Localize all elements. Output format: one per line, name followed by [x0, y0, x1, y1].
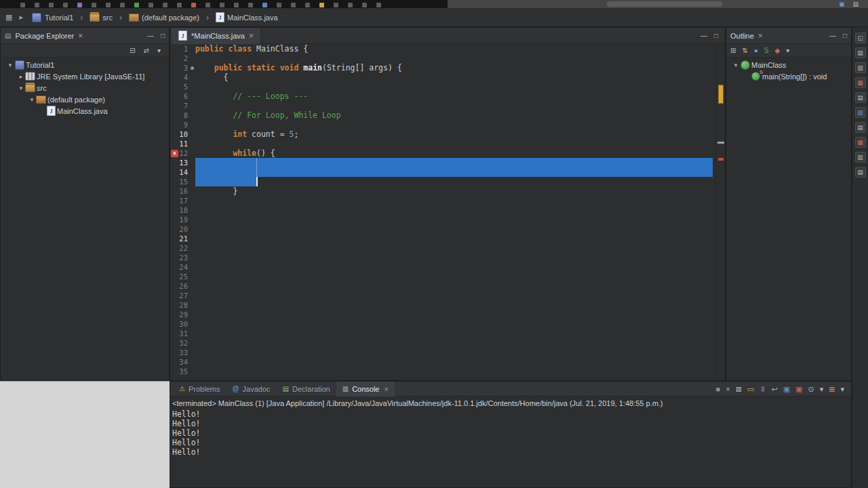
toolbar-icon[interactable]	[334, 3, 338, 7]
breadcrumb-nav-icon[interactable]: ▸	[19, 13, 23, 22]
line-number[interactable]: 22	[170, 243, 191, 253]
maximize-editor-icon[interactable]: □	[714, 31, 718, 41]
maximize-view-icon[interactable]: □	[843, 31, 847, 41]
project-item-src[interactable]: ▾src	[1, 82, 169, 94]
toolbar-icon[interactable]	[262, 3, 267, 7]
line-number[interactable]: 7	[170, 101, 191, 110]
remove-launch-icon[interactable]: ×	[726, 384, 730, 394]
toolbar-icon[interactable]	[277, 3, 281, 7]
outline-item-main-string-void[interactable]: main(String[]) : void	[726, 70, 851, 82]
line-number[interactable]: 24	[170, 262, 191, 272]
line-number[interactable]: 2	[170, 54, 191, 63]
toolbar-icon[interactable]	[163, 3, 167, 7]
scroll-lock-icon[interactable]: ⇳	[760, 384, 766, 394]
console-tab-declaration[interactable]: ▤Declaration	[277, 382, 336, 396]
open-console-menu-icon[interactable]: ▾	[840, 384, 844, 394]
close-editor-tab-icon[interactable]	[249, 32, 254, 40]
line-number[interactable]: 4	[170, 73, 191, 82]
line-number[interactable]: 16	[170, 186, 191, 196]
line-number[interactable]: 19	[170, 215, 191, 224]
code-line[interactable]: }	[195, 186, 237, 196]
close-package-explorer-icon[interactable]	[78, 32, 83, 40]
toolbar-icon[interactable]	[106, 3, 111, 7]
toolbar-icon[interactable]	[305, 3, 310, 7]
toolbar-icon[interactable]	[77, 3, 82, 7]
dock-view-8-icon[interactable]: ▥	[855, 152, 866, 163]
line-number[interactable]: 6	[170, 92, 191, 101]
minimize-view-icon[interactable]: —	[829, 31, 836, 41]
line-number[interactable]: 21	[170, 234, 191, 243]
project-item-mainclass-java[interactable]: MainClass.java	[1, 105, 169, 117]
line-number[interactable]: 31	[170, 329, 191, 338]
dock-view-3-icon[interactable]: ▦	[855, 77, 866, 88]
line-number[interactable]: 25	[170, 272, 191, 281]
dock-view-4-icon[interactable]: ▤	[855, 92, 866, 103]
overview-ruler[interactable]	[715, 44, 725, 380]
toolbar-icon[interactable]	[20, 3, 25, 7]
toolbar-icon[interactable]	[291, 3, 296, 7]
expand-all-icon[interactable]: ⊞	[730, 46, 736, 56]
overview-error-marker[interactable]	[718, 158, 724, 161]
overview-occurrence-marker[interactable]	[717, 142, 724, 144]
toolbar-icon[interactable]	[134, 3, 139, 7]
line-number[interactable]: 11	[170, 139, 191, 148]
code-editor[interactable]: 1234567891011121314151617181920212223242…	[170, 44, 725, 380]
minimize-editor-icon[interactable]: —	[701, 31, 707, 41]
console-tab-javadoc[interactable]: @Javadoc	[226, 382, 276, 396]
line-number[interactable]: 32	[170, 338, 191, 348]
sort-icon[interactable]: ⇅	[742, 46, 747, 56]
line-number-gutter[interactable]: 1234567891011121314151617181920212223242…	[170, 44, 191, 376]
minimize-view-icon[interactable]: —	[147, 31, 154, 41]
pin-console-icon[interactable]: ⊙	[808, 384, 814, 394]
link-with-editor-icon[interactable]: ⇄	[144, 46, 149, 56]
expand-arrow-icon[interactable]: ▸	[17, 73, 25, 80]
code-line[interactable]: int count = 5;	[195, 129, 298, 139]
toolbar-icon[interactable]	[362, 3, 367, 7]
line-number[interactable]: 33	[170, 348, 191, 357]
line-number[interactable]: 35	[170, 367, 191, 376]
toolbar-icon[interactable]	[348, 3, 353, 7]
line-number[interactable]: 13	[170, 158, 191, 167]
code-line[interactable]: {	[195, 73, 228, 82]
package-explorer-title[interactable]: Package Explorer	[15, 32, 74, 40]
line-number[interactable]: 9	[170, 120, 191, 129]
search-field[interactable]	[607, 1, 722, 7]
line-number[interactable]: 1	[170, 44, 191, 54]
hide-fields-icon[interactable]: ●	[754, 46, 758, 56]
toolbar-overflow-icon[interactable]: ▤	[852, 0, 859, 8]
dock-view-5-icon[interactable]: ▧	[855, 107, 866, 118]
code-line[interactable]: public static void main(String[] args) {	[195, 63, 402, 73]
dock-view-1-icon[interactable]: ▤	[855, 47, 866, 58]
dock-view-7-icon[interactable]: ▦	[855, 137, 866, 148]
code-line[interactable]: public class MainClass {	[195, 44, 308, 54]
project-item-tutorial1[interactable]: ▾Tutorial1	[1, 59, 169, 70]
line-number[interactable]: 29	[170, 310, 191, 319]
display-console-icon[interactable]: ▾	[820, 384, 824, 394]
show-on-stdout-icon[interactable]: ▣	[783, 384, 790, 394]
line-number[interactable]: 14	[170, 167, 191, 177]
breadcrumb-item-tutorial1[interactable]: Tutorial1	[30, 11, 75, 24]
line-number[interactable]: 10	[170, 129, 191, 139]
toolbar-icon[interactable]	[205, 3, 210, 7]
code-line[interactable]: while() {	[195, 148, 275, 158]
toolbar-icon[interactable]	[376, 3, 381, 7]
hide-static-members-icon[interactable]: S	[764, 46, 769, 56]
error-annotation-icon[interactable]	[171, 150, 178, 157]
expand-arrow-icon[interactable]: ▾	[28, 96, 36, 103]
dock-view-9-icon[interactable]: ▤	[855, 167, 866, 178]
outline-item-mainclass[interactable]: ▾MainClass	[726, 59, 851, 70]
line-number[interactable]: 5	[170, 82, 191, 92]
line-number[interactable]: 18	[170, 205, 191, 215]
open-console-icon[interactable]: ⊞	[829, 384, 835, 394]
toolbar-icon[interactable]	[234, 3, 239, 7]
toolbar-icon[interactable]	[248, 3, 253, 7]
overview-range-marker[interactable]	[718, 85, 724, 104]
show-on-stderr-icon[interactable]: ▣	[795, 384, 802, 394]
toolbar-icon[interactable]	[177, 3, 182, 7]
maximize-view-icon[interactable]: □	[161, 31, 165, 41]
toolbar-icon[interactable]	[319, 3, 324, 7]
terminate-icon[interactable]: ■	[716, 384, 721, 394]
line-number[interactable]: 20	[170, 224, 191, 234]
toggle-breadcrumb-icon[interactable]: ▦	[5, 13, 12, 22]
dock-view-6-icon[interactable]: ▤	[855, 122, 866, 133]
